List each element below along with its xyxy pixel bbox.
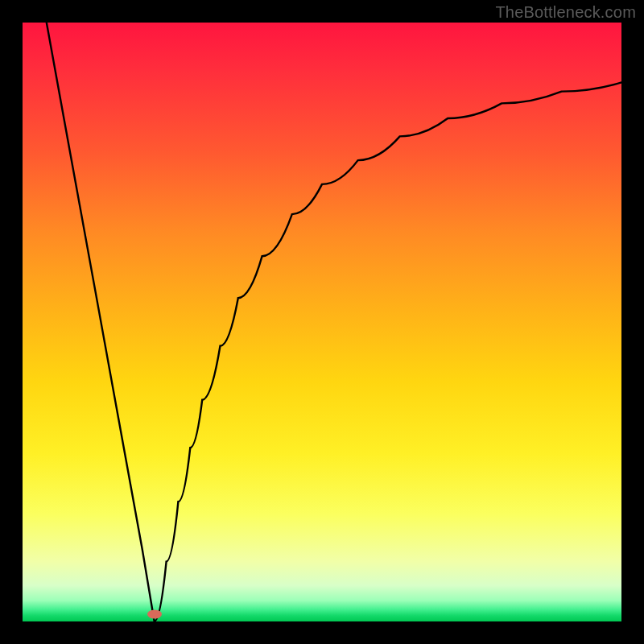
bottleneck-curve <box>23 23 621 621</box>
plot-area <box>23 23 621 621</box>
minimum-marker <box>147 610 162 619</box>
curve-path <box>47 23 621 621</box>
chart-frame: TheBottleneck.com <box>0 0 644 644</box>
watermark-text: TheBottleneck.com <box>495 3 636 22</box>
